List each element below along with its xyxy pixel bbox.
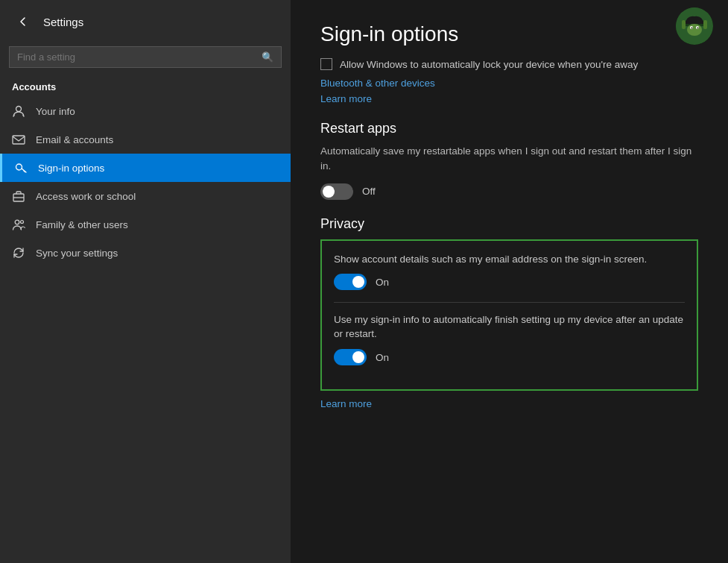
restart-apps-heading: Restart apps [320, 121, 698, 136]
accounts-section-label: Accounts [0, 74, 291, 97]
privacy-divider [334, 302, 685, 303]
page-title: Sign-in options [320, 22, 698, 46]
key-icon [14, 161, 28, 174]
back-button[interactable] [12, 10, 34, 33]
privacy-item2-text: Use my sign-in info to automatically fin… [334, 313, 685, 342]
svg-point-6 [21, 221, 24, 224]
privacy-item2-toggle-row: On [334, 349, 685, 365]
sidebar-item-sync[interactable]: Sync your settings [0, 239, 291, 267]
search-icon: 🔍 [262, 51, 273, 63]
svg-rect-15 [682, 20, 686, 29]
sync-icon [12, 246, 25, 260]
search-bar[interactable]: 🔍 [9, 46, 282, 68]
svg-point-9 [687, 24, 702, 36]
privacy-item1-text: Show account details such as my email ad… [334, 253, 685, 267]
sidebar-item-label-work: Access work or school [36, 191, 136, 202]
person-icon [12, 104, 25, 118]
avatar-area [676, 7, 713, 45]
privacy-item2-toggle-thumb [352, 351, 364, 363]
sidebar: Settings 🔍 Accounts Your info Email & ac… [0, 0, 291, 563]
sidebar-item-label-signin: Sign-in options [38, 163, 104, 174]
sidebar-item-label-sync: Sync your settings [36, 248, 118, 259]
privacy-box: Show account details such as my email ad… [320, 239, 698, 391]
privacy-item1-toggle-thumb [352, 276, 364, 288]
email-icon [12, 133, 25, 146]
main-content: Sign-in options Allow Windows to automat… [291, 0, 728, 563]
privacy-item2-toggle[interactable] [334, 349, 367, 365]
sidebar-item-label-email: Email & accounts [36, 134, 113, 145]
sidebar-item-your-info[interactable]: Your info [0, 97, 291, 125]
auto-lock-checkbox[interactable] [320, 58, 332, 70]
privacy-item1-toggle[interactable] [334, 274, 367, 290]
sidebar-item-family[interactable]: Family & other users [0, 210, 291, 239]
restart-apps-toggle-row: Off [320, 183, 698, 200]
sidebar-item-sign-in[interactable]: Sign-in options [0, 154, 291, 182]
avatar [676, 7, 713, 45]
svg-rect-1 [13, 136, 25, 144]
sidebar-title: Settings [43, 16, 83, 28]
sidebar-item-email-accounts[interactable]: Email & accounts [0, 125, 291, 154]
svg-point-13 [697, 28, 699, 29]
people-icon [12, 218, 25, 231]
svg-rect-16 [703, 20, 707, 29]
svg-point-5 [15, 220, 19, 224]
sidebar-item-label-your-info: Your info [36, 106, 75, 117]
privacy-item2-toggle-label: On [376, 352, 389, 363]
restart-apps-toggle-thumb [323, 186, 335, 198]
sidebar-item-access-work[interactable]: Access work or school [0, 182, 291, 210]
search-input[interactable] [17, 51, 256, 63]
learn-more-link-2[interactable]: Learn more [320, 398, 698, 409]
sidebar-item-label-family: Family & other users [36, 219, 128, 230]
svg-point-2 [16, 164, 22, 170]
restart-apps-toggle-label: Off [362, 186, 376, 197]
briefcase-icon [12, 189, 25, 203]
sidebar-header: Settings [0, 0, 291, 43]
auto-lock-row: Allow Windows to automatically lock your… [320, 58, 698, 70]
restart-apps-desc: Automatically save my restartable apps w… [320, 144, 698, 174]
privacy-heading: Privacy [320, 216, 698, 232]
bluetooth-link[interactable]: Bluetooth & other devices [320, 78, 698, 89]
svg-point-0 [16, 107, 22, 112]
svg-point-12 [691, 28, 693, 29]
restart-apps-toggle[interactable] [320, 183, 353, 200]
privacy-item1-toggle-label: On [376, 277, 389, 288]
privacy-item1-toggle-row: On [334, 274, 685, 290]
learn-more-link-1[interactable]: Learn more [320, 93, 698, 104]
auto-lock-label: Allow Windows to automatically lock your… [340, 59, 638, 70]
